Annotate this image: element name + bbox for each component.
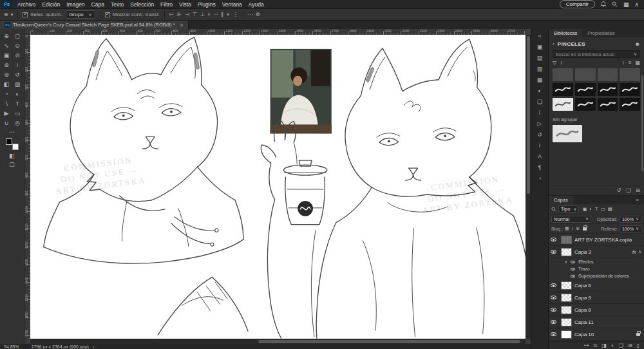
swatches-panel-icon[interactable]: ▤ xyxy=(531,52,548,63)
lasso-tool[interactable]: ∿ xyxy=(1,41,12,50)
align-bottom-icon[interactable]: ⊦ xyxy=(208,12,211,17)
adjustments-panel-icon[interactable]: ◐ xyxy=(531,85,548,96)
layer-visibility-toggle[interactable] xyxy=(549,234,558,245)
distribute-vertical-icon[interactable]: ≡ xyxy=(227,12,230,17)
type-tool[interactable]: T xyxy=(12,99,23,108)
collapse-panels-icon[interactable]: « xyxy=(531,30,548,41)
brush-thumbnail[interactable] xyxy=(575,83,596,96)
layer-visibility-toggle[interactable] xyxy=(549,328,558,340)
object-selection-tool[interactable]: ⊙ xyxy=(12,41,23,50)
blur-tool[interactable]: ◔ xyxy=(1,89,12,99)
library-search-input[interactable]: Buscar en la biblioteca actual ∨ xyxy=(553,50,640,58)
add-mask-icon[interactable]: ◨ xyxy=(601,343,607,348)
filter-adjustment-layers-icon[interactable]: ◐ xyxy=(590,206,593,212)
layer-thumbnail[interactable] xyxy=(561,236,572,244)
search-icon[interactable] xyxy=(612,1,618,7)
menu-vista[interactable]: Vista xyxy=(176,1,194,8)
align-right-icon[interactable]: ⊣ xyxy=(185,12,189,17)
auto-select-dropdown[interactable]: Grupo ∨ xyxy=(66,10,95,19)
layer-thumbnail[interactable] xyxy=(561,281,572,290)
layer-thumbnail[interactable] xyxy=(561,294,572,302)
new-group-icon[interactable]: ❑ xyxy=(619,343,623,348)
layer-visibility-toggle[interactable] xyxy=(549,279,558,291)
layer-effect-row[interactable]: ∨ Efectos xyxy=(549,258,644,265)
eyedropper-tool[interactable]: ⊘ xyxy=(12,50,23,60)
share-button[interactable]: Compartir xyxy=(560,0,595,8)
marquee-tool[interactable]: ◻ xyxy=(12,31,23,41)
align-center-h-icon[interactable]: ⊪ xyxy=(177,12,182,17)
grid-view-icon[interactable]: ▦ xyxy=(635,60,640,66)
character-panel-icon[interactable]: A xyxy=(531,151,548,162)
brush-thumbnail[interactable] xyxy=(575,98,596,111)
brush-thumbnail[interactable] xyxy=(598,68,618,81)
gradients-panel-icon[interactable]: ▧ xyxy=(531,63,548,74)
align-more-icon[interactable]: ⋯ xyxy=(213,12,218,17)
brush-thumbnail[interactable] xyxy=(553,83,573,96)
gradient-tool[interactable]: ▧ xyxy=(12,79,23,89)
foreground-color-swatch[interactable] xyxy=(6,138,12,145)
brush-thumbnail[interactable] xyxy=(575,68,596,81)
zoom-tool[interactable]: ◎ xyxy=(12,118,23,127)
eraser-tool[interactable]: ◧ xyxy=(1,79,12,89)
brush-tool[interactable]: ≀ xyxy=(12,60,23,70)
layer-effect-row[interactable]: Superposición de colores xyxy=(549,272,644,279)
new-group-icon[interactable]: ❑ xyxy=(626,187,630,193)
dodge-tool[interactable]: ◐ xyxy=(12,89,23,99)
layer-row[interactable]: Capa 10 xyxy=(549,328,644,341)
filter-shape-layers-icon[interactable]: ▭ xyxy=(601,206,605,212)
quick-mask-icon[interactable]: ◧ xyxy=(0,151,24,160)
layer-effect-row[interactable]: Trazo xyxy=(549,265,644,272)
menu-plugins[interactable]: Plugins xyxy=(194,1,219,8)
opacity-value-box[interactable]: 100% ∨ xyxy=(620,216,641,223)
layer-row[interactable]: Capa 11 xyxy=(549,316,644,328)
fill-value-box[interactable]: 100% ∨ xyxy=(620,225,641,232)
profile-icon[interactable]: ☻ xyxy=(635,41,640,47)
tab-capas[interactable]: Capas xyxy=(549,196,573,204)
brush-thumbnail[interactable] xyxy=(598,98,618,111)
lock-all-icon[interactable] xyxy=(583,227,587,231)
zoom-level[interactable]: 54.85% xyxy=(4,344,19,349)
color-panel-icon[interactable]: ▣ xyxy=(531,41,548,52)
tab-bibliotecas[interactable]: Bibliotecas xyxy=(549,29,582,37)
list-view-icon[interactable]: ≡ xyxy=(629,60,632,66)
paragraph-panel-icon[interactable]: ¶ xyxy=(531,162,548,173)
filter-type-layers-icon[interactable]: T xyxy=(595,206,598,212)
chevron-down-icon[interactable]: ∨ xyxy=(564,259,567,265)
panel-menu-icon[interactable]: ≡ xyxy=(631,196,644,204)
layer-thumbnail[interactable] xyxy=(561,318,572,326)
info-panel-icon[interactable]: i xyxy=(531,107,548,118)
brush-thumbnail[interactable] xyxy=(598,83,618,96)
history-panel-icon[interactable]: ↺ xyxy=(531,129,548,140)
brush-thumbnail[interactable] xyxy=(620,98,640,111)
hand-tool[interactable]: ∪ xyxy=(1,118,12,127)
distribute-spacing-icon[interactable]: ⋮ xyxy=(233,12,238,17)
layer-thumbnail[interactable] xyxy=(561,330,572,339)
patterns-panel-icon[interactable]: ▦ xyxy=(531,74,548,85)
chevron-up-icon[interactable]: ∧ xyxy=(638,249,641,254)
document-tab[interactable]: Ps TheAcornQueen's Cozy Casual Sketch Pa… xyxy=(0,21,189,29)
brush-thumbnail[interactable] xyxy=(553,98,573,111)
layer-row[interactable]: Capa 9 xyxy=(549,292,644,304)
link-layers-icon[interactable]: ⊶ xyxy=(583,343,589,348)
ruler-corner[interactable] xyxy=(24,29,30,35)
layer-thumbnail[interactable] xyxy=(561,306,572,314)
pen-tool[interactable]: ∖ xyxy=(1,99,12,108)
photoshop-logo-icon[interactable]: Ps xyxy=(2,1,12,8)
menu-ventana[interactable]: Ventana xyxy=(219,1,245,8)
align-left-icon[interactable]: ⊢ xyxy=(169,12,174,17)
new-layer-icon[interactable]: ⊞ xyxy=(628,343,632,348)
menu-capa[interactable]: Capa xyxy=(88,1,108,8)
vertical-scrollbar-thumb[interactable] xyxy=(527,36,530,194)
current-tool-move-icon[interactable]: ⊕ xyxy=(4,12,8,17)
menu-archivo[interactable]: Archivo xyxy=(14,1,39,8)
back-chevron-icon[interactable]: ‹ xyxy=(553,41,554,47)
layer-row[interactable]: Capa 8 xyxy=(549,304,644,316)
horizontal-scrollbar[interactable] xyxy=(30,339,526,344)
menu-edicion[interactable]: Edición xyxy=(39,1,63,8)
add-to-library-icon[interactable]: ⊞ xyxy=(636,187,640,193)
layer-fx-badge[interactable]: fx xyxy=(632,249,636,255)
layer-row[interactable]: Capa 3 fx∧ xyxy=(549,246,644,258)
filter-pixel-layers-icon[interactable]: ▣ xyxy=(582,206,587,212)
history-brush-tool[interactable]: ↺ xyxy=(12,70,23,79)
healing-brush-tool[interactable]: ⊛ xyxy=(1,60,12,70)
